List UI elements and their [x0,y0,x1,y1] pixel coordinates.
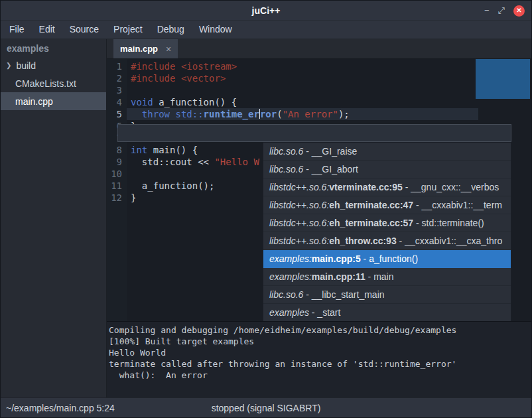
code-token: main() { [147,145,198,155]
line-number: 10 [107,168,127,180]
backtrace-row-segment: examples: [269,253,312,264]
code-token: ror [260,109,277,119]
titlebar: juCi++ − ⤢ ✕ [1,1,531,21]
sidebar-item-label: build [16,60,36,71]
terminal-line: [100%] Built target examples [109,336,529,347]
code-token: #include [131,61,175,72]
backtrace-row-segment: - __libc_start_main [303,289,384,300]
code-token: #include [131,73,175,84]
backtrace-row-segment: - __GI_raise [303,146,357,157]
backtrace-row-segment: - __cxxabiv1::__term [413,200,502,210]
backtrace-row[interactable]: libstdc++.so.6:eh_throw.cc:93 - __cxxabi… [263,232,511,250]
menubar: FileEditSourceProjectDebugWindow [1,21,531,39]
code-token: <iostream> [181,61,237,72]
code-token: std::cout << [131,157,214,167]
code-token: runtime_er [204,109,259,119]
backtrace-row[interactable]: libc.so.6 - __GI_abort [263,161,511,178]
backtrace-row[interactable]: libc.so.6 - __libc_start_main [263,286,511,304]
line-number: 2 [107,72,127,84]
code-token: } [131,192,136,203]
terminal-line: Hello World [109,347,529,358]
line-number: 8 [107,144,127,156]
backtrace-row[interactable]: libstdc++.so.6:eh_terminate.cc:57 - std:… [263,214,511,232]
code-token [131,109,142,119]
backtrace-row[interactable]: examples - _start [263,304,511,321]
backtrace-row-segment: libstdc++.so.6: [269,236,329,246]
backtrace-row[interactable]: examples:main.cpp:5 - a_function() [263,250,511,268]
code-token: ( [277,109,282,119]
window-title: juCi++ [1,5,531,16]
menu-item-project[interactable]: Project [106,21,150,38]
backtrace-popup: libc.so.6 - __GI_raiselibc.so.6 - __GI_a… [263,142,511,321]
line-number: 5 [107,108,127,120]
code-token: std:: [175,109,203,119]
line-number: 11 [107,180,127,192]
terminal-line: terminate called after throwing an insta… [109,358,529,370]
menu-item-window[interactable]: Window [192,21,239,38]
tabbar: main.cpp × [107,39,531,59]
backtrace-row-segment: libc.so.6 [269,164,303,174]
sidebar-item-label: CMakeLists.txt [15,78,76,89]
backtrace-row[interactable]: libstdc++.so.6:eh_terminate.cc:47 - __cx… [263,196,511,214]
file-tree: ❯buildCMakeLists.txtmain.cpp [1,56,106,110]
line-number: 12 [107,192,127,204]
backtrace-row[interactable]: libc.so.6 - __GI_raise [263,143,511,161]
backtrace-row-segment: - std::terminate() [413,218,484,228]
backtrace-row-segment: - __cxxabiv1::__cxa_thro [397,236,503,246]
code-token [175,61,180,72]
sidebar-item-build[interactable]: ❯build [1,56,106,74]
code-token: a_function() { [153,97,237,107]
backtrace-row-segment: libc.so.6 [269,289,303,300]
code-line-4[interactable]: void a_function() { [127,96,478,108]
backtrace-search-input[interactable] [117,124,511,142]
code-token: <vector> [181,73,226,84]
menu-item-source[interactable]: Source [62,21,106,38]
menu-item-debug[interactable]: Debug [150,21,192,38]
code-token: throw [142,109,170,119]
code-token: ); [338,109,350,119]
selection-overlay [476,59,530,99]
code-token: "An error" [283,109,338,119]
code-line-3[interactable] [127,84,478,96]
tab-close-icon[interactable]: × [166,44,171,54]
sidebar-item-cmakelists-txt[interactable]: CMakeLists.txt [1,74,106,92]
tab-main-cpp[interactable]: main.cpp × [113,39,178,58]
line-number-gutter: 123456789101112 [107,59,127,321]
backtrace-row-segment: libstdc++.so.6: [269,218,329,228]
menu-item-file[interactable]: File [2,21,32,38]
code-line-5[interactable]: throw std::runtime_error("An error"); [127,108,478,120]
line-number: 4 [107,96,127,108]
menu-item-edit[interactable]: Edit [32,21,62,38]
minimize-button[interactable]: − [484,5,490,16]
project-header: examples [1,39,106,56]
backtrace-row-segment: eh_terminate.cc:57 [329,218,413,228]
close-button[interactable]: ✕ [513,5,525,17]
code-line-1[interactable]: #include <iostream> [127,60,478,72]
status-debug-state: stopped (signal SIGABRT) [212,403,321,413]
code-editor[interactable]: 123456789101112 #include <iostream>#incl… [107,59,531,321]
backtrace-row-segment: - a_function() [361,253,418,264]
backtrace-row[interactable]: examples:main.cpp:11 - main [263,268,511,286]
restore-button[interactable]: ⤢ [498,5,505,16]
app-window: juCi++ − ⤢ ✕ FileEditSourceProjectDebugW… [0,0,532,418]
backtrace-row[interactable]: libstdc++.so.6:vterminate.cc:95 - __gnu_… [263,178,511,196]
backtrace-row-segment: - __GI_abort [303,164,358,174]
code-token: void [131,97,153,107]
main-content: examples ❯buildCMakeLists.txtmain.cpp ma… [1,39,531,397]
terminal-output: Compiling and debugging /home/eidheim/ex… [107,321,531,397]
backtrace-row-segment: main.cpp:5 [312,253,361,264]
editor-pane: main.cpp × 123456789101112 #include <ios… [107,39,531,397]
backtrace-row-segment: - main [366,271,394,282]
sidebar-item-main-cpp[interactable]: main.cpp [1,92,106,110]
backtrace-row-segment: - _start [309,307,340,318]
backtrace-row-segment: libstdc++.so.6: [269,182,329,192]
backtrace-row-segment: - __gnu_cxx::__verbos [403,182,499,192]
chevron-right-icon: ❯ [6,62,11,69]
backtrace-row-segment: eh_terminate.cc:47 [329,200,413,210]
code-token [175,73,180,84]
terminal-line: what(): An error [109,370,529,381]
terminal-line: Compiling and debugging /home/eidheim/ex… [109,324,529,336]
backtrace-row-segment: examples [269,307,309,318]
backtrace-row-segment: main.cpp:11 [312,271,366,282]
code-line-2[interactable]: #include <vector> [127,72,478,84]
